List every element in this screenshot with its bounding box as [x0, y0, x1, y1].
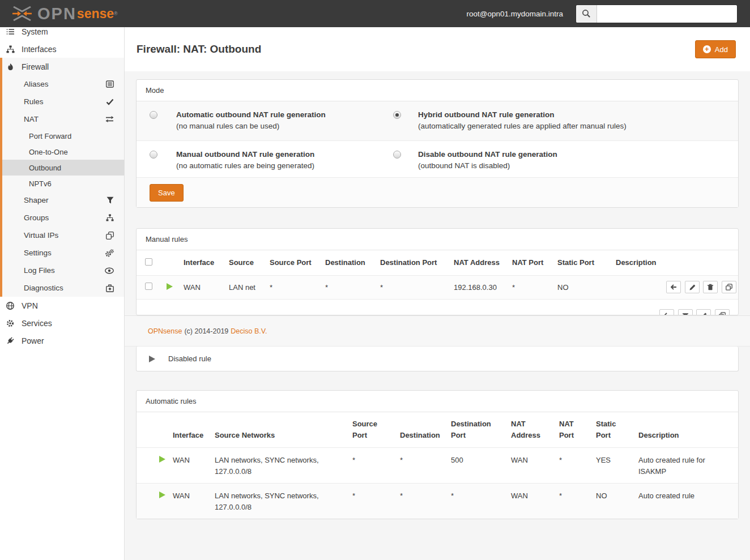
sidebar-item-label: Services	[22, 319, 52, 328]
sidebar-item-groups[interactable]: Groups	[2, 209, 124, 226]
col-interface: Interface	[179, 250, 224, 275]
cell-source-networks: LAN networks, SYNC networks, 127.0.0.0/8	[210, 483, 348, 519]
radio-disable[interactable]	[393, 151, 401, 159]
sidebar-item-power[interactable]: Power	[0, 332, 124, 349]
col-source-port: Source Port	[265, 250, 321, 275]
sidebar-item-port-forward[interactable]: Port Forward	[2, 128, 124, 144]
sidebar-item-label: One-to-One	[29, 148, 68, 156]
globe-icon	[6, 302, 15, 310]
mode-option-manual: Manual outbound NAT rule generation (no …	[137, 141, 393, 177]
cell-source: LAN net	[224, 275, 265, 299]
pencil-icon	[689, 284, 696, 290]
cell-interface: WAN	[179, 275, 224, 299]
sidebar-item-nat[interactable]: NAT	[2, 110, 124, 128]
sidebar-item-log-files[interactable]: Log Files	[2, 262, 124, 279]
arrow-left-icon	[670, 284, 677, 290]
sidebar-item-rules[interactable]: Rules	[2, 93, 124, 110]
automatic-rules-header-row: Interface Source Networks Source Port De…	[137, 412, 738, 447]
list-alt-icon	[106, 80, 114, 88]
manual-rule-row-clipped	[137, 299, 738, 315]
cell-static-port: NO	[591, 483, 634, 519]
cell-nat-address: 192.168.0.30	[449, 275, 508, 299]
col-destination-port: Destination Port	[376, 250, 449, 275]
top-header: OPNsense® root@opn01.mydomain.intra	[0, 0, 750, 27]
move-rule-button[interactable]	[666, 281, 681, 293]
deciso-footer-link[interactable]: Deciso B.V.	[231, 327, 267, 335]
automatic-rule-row: WAN LAN networks, SYNC networks, 127.0.0…	[137, 483, 738, 519]
sidebar-item-settings[interactable]: Settings	[2, 244, 124, 262]
sidebar-item-shaper[interactable]: Shaper	[2, 191, 124, 209]
add-button[interactable]: + Add	[695, 40, 736, 58]
manual-rules-title: Manual rules	[137, 229, 738, 250]
global-search	[576, 5, 738, 23]
edit-rule-button[interactable]	[696, 309, 711, 315]
search-button[interactable]	[576, 5, 597, 23]
sidebar-item-label: Shaper	[24, 196, 49, 204]
manual-rules-panel: Manual rules Interface Source Source Por…	[136, 228, 739, 315]
sidebar-item-nptv6[interactable]: NPTv6	[2, 176, 124, 191]
sidebar-item-label: Outbound	[29, 164, 61, 172]
footer: OPNsense (c) 2014-2019 Deciso B.V.	[125, 315, 750, 347]
mode-option-automatic: Automatic outbound NAT rule generation (…	[137, 101, 393, 140]
rule-enabled-icon[interactable]	[167, 283, 173, 290]
sidebar-item-aliases[interactable]: Aliases	[2, 75, 124, 93]
rule-enabled-icon	[159, 456, 165, 463]
legend-label: Disabled rule	[168, 354, 211, 363]
sidebar-item-services[interactable]: Services	[0, 314, 124, 332]
clone-rule-button[interactable]	[722, 281, 736, 293]
search-input[interactable]	[597, 5, 737, 23]
plus-circle-icon: +	[703, 45, 711, 53]
sidebar-item-vpn[interactable]: VPN	[0, 297, 124, 314]
sidebar-item-label: VPN	[22, 301, 38, 310]
sitemap-icon	[6, 45, 15, 53]
select-all-checkbox[interactable]	[145, 258, 152, 266]
radio-manual[interactable]	[150, 151, 157, 159]
delete-rule-button[interactable]	[703, 281, 718, 293]
col-source-port: Source Port	[348, 412, 395, 447]
sidebar-item-diagnostics[interactable]: Diagnostics	[2, 279, 124, 297]
cell-destination-port: 500	[446, 447, 506, 483]
col-static-port: Static Port	[591, 412, 634, 447]
cell-nat-address: WAN	[506, 483, 555, 519]
manual-rules-header-row: Interface Source Source Port Destination…	[137, 250, 738, 275]
trash-icon	[707, 284, 714, 290]
cell-destination-port: *	[376, 275, 449, 299]
row-checkbox[interactable]	[145, 283, 152, 290]
radio-hybrid[interactable]	[393, 111, 401, 119]
mode-panel: Mode Automatic outbound NAT rule generat…	[136, 79, 739, 208]
sidebar-item-firewall[interactable]: Firewall	[2, 58, 124, 75]
save-button[interactable]: Save	[150, 184, 184, 202]
mode-option-disable: Disable outbound NAT rule generation (ou…	[393, 141, 738, 177]
opnsense-footer-link[interactable]: OPNsense	[148, 327, 182, 335]
rule-enabled-icon	[159, 491, 165, 498]
sidebar-item-one-to-one[interactable]: One-to-One	[2, 144, 124, 160]
radio-automatic[interactable]	[150, 111, 157, 119]
sidebar-item-label: Diagnostics	[24, 284, 63, 292]
sidebar-item-label: Interfaces	[22, 45, 56, 54]
fire-icon	[6, 63, 15, 71]
sidebar-item-label: Log Files	[24, 266, 55, 275]
move-rule-button[interactable]	[659, 309, 674, 315]
sidebar-item-label: Aliases	[24, 80, 49, 88]
sidebar-item-label: Power	[22, 336, 44, 345]
page-title-bar: Firewall: NAT: Outbound + Add	[125, 27, 750, 71]
col-interface: Interface	[168, 412, 210, 447]
sidebar-item-label: System	[22, 27, 48, 36]
delete-rule-button[interactable]	[678, 309, 693, 315]
cell-destination: *	[395, 483, 446, 519]
sidebar-item-virtual-ips[interactable]: Virtual IPs	[2, 226, 124, 244]
clone-rule-button[interactable]	[715, 309, 730, 315]
sidebar-item-label: NAT	[24, 115, 39, 123]
sidebar-item-interfaces[interactable]: Interfaces	[0, 40, 124, 58]
col-nat-address: NAT Address	[506, 412, 555, 447]
gears-icon	[105, 249, 114, 257]
col-destination: Destination	[395, 412, 446, 447]
cell-description	[611, 275, 660, 299]
cell-nat-address: WAN	[506, 447, 555, 483]
edit-rule-button[interactable]	[685, 281, 700, 293]
cell-interface: WAN	[168, 447, 210, 483]
sidebar-item-outbound[interactable]: Outbound	[2, 160, 124, 176]
opnsense-logo[interactable]: OPNsense®	[11, 5, 118, 22]
mode-panel-title: Mode	[137, 80, 738, 101]
sidebar-group-firewall: Firewall Aliases Rules	[0, 58, 124, 297]
